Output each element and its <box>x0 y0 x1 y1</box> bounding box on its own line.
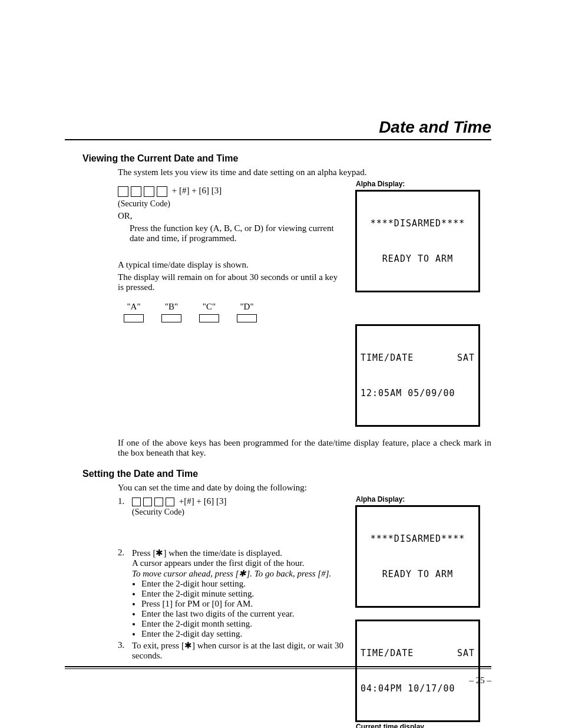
abcd-note: If one of the above keys has been progra… <box>118 438 491 458</box>
lcd-disarmed-1: ****DISARMED**** READY TO ARM <box>356 190 480 292</box>
current-time-caption: Current time display <box>356 723 491 728</box>
key-c-box <box>199 314 219 322</box>
bullet-6: Enter the 2-digit day setting. <box>141 629 344 639</box>
key-b-box <box>161 314 181 322</box>
step2-line1: Press [✱] when the time/date is displaye… <box>132 548 344 558</box>
key-a-label: "A" <box>124 302 144 312</box>
title-rule <box>65 139 491 140</box>
bullet-2: Enter the 2-digit minute setting. <box>141 589 344 599</box>
lcd-current-time: TIME/DATESAT 04:04PM 10/17/00 <box>356 620 480 722</box>
typical-text: A typical time/date display is shown. <box>118 260 344 270</box>
remain-text: The display will remain on for about 30 … <box>118 272 344 292</box>
or-label: OR, <box>118 211 344 221</box>
intro-text: The system lets you view its time and da… <box>118 167 491 177</box>
section-heading-viewing: Viewing the Current Date and Time <box>82 153 491 164</box>
step-1: 1. +[#] + [6] [3] (Security Code) <box>118 496 344 517</box>
security-code-label: (Security Code) <box>118 199 344 209</box>
page-number: – 25 – <box>470 676 492 686</box>
step1-suffix: +[#] + [6] [3] <box>179 496 227 506</box>
alpha-display-label-1: Alpha Display: <box>356 180 491 188</box>
security-code-label-2: (Security Code) <box>132 508 344 517</box>
bullet-4: Enter the last two digits of the current… <box>141 609 344 619</box>
step2-bullets: Enter the 2-digit hour setting. Enter th… <box>141 579 344 639</box>
key-b-label: "B" <box>161 302 181 312</box>
key-a-box <box>124 314 144 322</box>
bullet-3: Press [1] for PM or [0] for AM. <box>141 599 344 609</box>
step-3: 3. To exit, press [✱] when cursor is at … <box>118 640 344 661</box>
setting-intro: You can set the time and date by doing t… <box>118 483 491 493</box>
step-2: 2. Press [✱] when the time/date is displ… <box>118 548 344 639</box>
security-code-boxes-2 <box>132 496 177 506</box>
footer-rule <box>65 666 491 669</box>
key-d-box <box>237 314 257 322</box>
page-title: Date and Time <box>65 118 491 137</box>
section-heading-setting: Setting the Date and Time <box>82 469 491 479</box>
codeline-suffix: + [#] + [6] [3] <box>172 186 222 195</box>
lcd-timedate-1: TIME/DATESAT 12:05AM 05/09/00 <box>356 325 480 426</box>
bullet-1: Enter the 2-digit hour setting. <box>141 579 344 589</box>
key-d-label: "D" <box>237 302 257 312</box>
abcd-keys: "A" "B" "C" "D" <box>124 302 344 325</box>
step2-line3: To move cursor ahead, press [✱]. To go b… <box>132 568 344 579</box>
step2-line2: A cursor appears under the first digit o… <box>132 558 344 568</box>
key-c-label: "C" <box>199 302 219 312</box>
lcd-disarmed-2: ****DISARMED**** READY TO ARM <box>356 506 480 607</box>
bullet-5: Enter the 2-digit month setting. <box>141 619 344 629</box>
security-code-boxes <box>118 186 170 197</box>
alpha-display-label-2: Alpha Display: <box>356 495 491 503</box>
press-fn-text: Press the function key (A, B, C, or D) f… <box>118 223 344 243</box>
